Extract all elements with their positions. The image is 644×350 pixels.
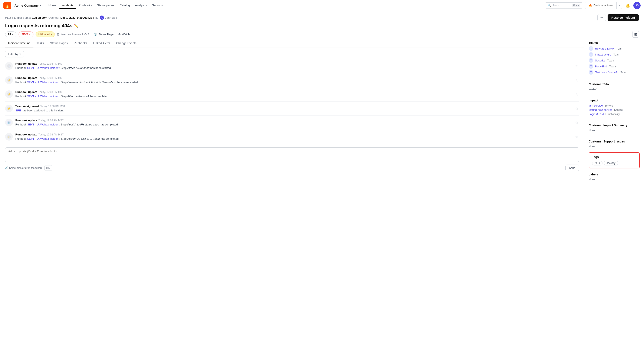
impact-link[interactable]: testing-new-service xyxy=(589,108,612,111)
runbook-link[interactable]: SEV1 - UI/Webex Incident xyxy=(27,66,60,70)
more-options-button[interactable]: ··· xyxy=(597,14,606,21)
star-button[interactable]: ☆ xyxy=(574,76,579,84)
tab-incident-timeline[interactable]: Incident Timeline xyxy=(5,39,34,47)
nav-runbooks[interactable]: Runbooks xyxy=(76,2,94,9)
declare-incident-chevron[interactable]: ▾ xyxy=(616,2,622,8)
team-link[interactable]: Test team from API xyxy=(595,71,618,74)
tab-change-events[interactable]: Change Events xyxy=(113,39,140,47)
tab-runbooks[interactable]: Runbooks xyxy=(71,39,90,47)
step-name: Publish to FH status page xyxy=(67,123,99,126)
update-textarea[interactable] xyxy=(5,147,579,162)
step-name: Assign On-Call SRE Team xyxy=(67,137,100,140)
tab-tasks[interactable]: Tasks xyxy=(34,39,47,47)
star-button[interactable]: ☆ xyxy=(574,105,579,113)
runbook-link[interactable]: SEV1 - UI/Webex Incident xyxy=(27,95,60,98)
customer-support-section: Customer Support Issues None xyxy=(589,140,640,148)
tab-linked-alerts[interactable]: Linked Alerts xyxy=(90,39,113,47)
timeline-item-icon: ⚡ xyxy=(5,105,13,112)
runbook-link[interactable]: SEV1 - UI/Webex Incident xyxy=(27,123,60,126)
timeline-event-time: Today, 12:08 PM MST xyxy=(38,133,64,136)
severity-label: SEV1 xyxy=(21,33,28,36)
timeline-item: ⚡ Runbook update Today, 12:08 PM MST Run… xyxy=(5,130,579,144)
team-link[interactable]: Security xyxy=(595,59,605,62)
nav-status-pages[interactable]: Status pages xyxy=(95,2,117,9)
attach-files-label[interactable]: 🔗 Select files or drop them here xyxy=(5,167,42,170)
send-button[interactable]: Send xyxy=(566,165,579,171)
impact-title: Impact xyxy=(589,99,640,102)
app-logo[interactable]: 🔥 xyxy=(4,2,11,9)
opened-label: Opened: xyxy=(48,16,59,19)
elapsed-time: 10d 2h 39m xyxy=(32,16,47,19)
timeline-event-time: Today, 12:08 PM MST xyxy=(40,105,66,108)
star-button[interactable]: ☆ xyxy=(574,119,579,127)
main-layout: Incident Timeline Tasks Status Pages Run… xyxy=(0,38,644,349)
nav-home[interactable]: Home xyxy=(46,2,58,9)
team-item: T Test team from API Team xyxy=(589,70,640,75)
severity-badge[interactable]: SEV1 ▾ xyxy=(18,31,34,37)
timeline-item-content: Runbook update Today, 12:08 PM MST Runbo… xyxy=(15,76,572,84)
nav-analytics[interactable]: Analytics xyxy=(133,2,149,9)
timeline-event-type: Runbook update xyxy=(15,119,37,122)
company-selector[interactable]: Acme Company ▾ xyxy=(13,3,43,8)
timeline-item: ⚡ Runbook update Today, 12:08 PM MST Run… xyxy=(5,59,579,73)
timeline-item-icon: ⚡ xyxy=(5,133,13,141)
star-button[interactable]: ☆ xyxy=(574,90,579,98)
resolve-incident-button[interactable]: Resolve incident xyxy=(608,14,639,21)
team-type-label: Team xyxy=(607,59,614,62)
by-label: by xyxy=(96,16,98,19)
divider xyxy=(589,95,640,95)
star-button[interactable]: ☆ xyxy=(574,133,579,141)
timeline-item-content: Runbook update Today, 12:08 PM MST Runbo… xyxy=(15,90,572,98)
impact-link[interactable]: Login & IAM xyxy=(589,113,604,116)
bell-icon: 🔔 xyxy=(626,3,630,8)
priority-chevron-icon: ▾ xyxy=(12,33,14,36)
text-post: : Step xyxy=(59,123,67,126)
status-page-link[interactable]: 📡 Status Page xyxy=(94,33,114,36)
nav-settings[interactable]: Settings xyxy=(150,2,165,9)
nav-catalog[interactable]: Catalog xyxy=(118,2,132,9)
runbook-link[interactable]: SEV1 - UI/Webex Incident xyxy=(27,137,60,140)
user-avatar[interactable]: JD xyxy=(633,2,640,9)
team-icon: T xyxy=(589,70,593,75)
team-type-label: Team xyxy=(609,65,616,68)
timeline-item-icon: ⚡ xyxy=(5,62,13,70)
markdown-button[interactable]: MD xyxy=(44,165,52,171)
nav-incidents[interactable]: Incidents xyxy=(60,2,76,9)
divider xyxy=(589,120,640,120)
status-badge[interactable]: Mitigated ▾ xyxy=(36,31,55,37)
tag-security[interactable]: security xyxy=(604,161,618,166)
filter-button[interactable]: Filter by ▾ xyxy=(5,51,24,57)
team-link[interactable]: Infrastructure xyxy=(595,53,612,56)
avatar-initials: JD xyxy=(635,4,638,7)
tab-status-pages[interactable]: Status Pages xyxy=(47,39,71,47)
team-link[interactable]: Back-End xyxy=(595,65,607,68)
tag-fh-ui[interactable]: fh-ui xyxy=(592,161,602,166)
incident-actions-row: P1 ▾ SEV1 ▾ Mitigated ▾ ⧉ #sev1-incident… xyxy=(0,28,644,38)
team-link[interactable]: SRE xyxy=(15,109,21,112)
notifications-button[interactable]: 🔔 xyxy=(624,2,632,9)
channel-link[interactable]: ⧉ #sev1-incident-acir-548 xyxy=(57,32,89,36)
svg-text:📡: 📡 xyxy=(8,121,10,124)
panel-toggle-button[interactable]: ⊞ xyxy=(632,31,639,38)
timeline-event-time: Today, 12:08 PM MST xyxy=(38,91,64,94)
edit-title-icon[interactable]: ✏️ xyxy=(74,24,78,28)
team-type-label: Team xyxy=(614,53,620,56)
top-nav: 🔥 Acme Company ▾ Home Incidents Runbooks… xyxy=(0,0,644,11)
watch-button[interactable]: 👁 Watch xyxy=(118,33,130,36)
star-button[interactable]: ☆ xyxy=(574,62,579,70)
impact-link[interactable]: iam-service xyxy=(589,104,603,107)
teams-section: Teams T Rewards & IAM Team T Infrastruct… xyxy=(589,41,640,75)
runbook-link[interactable]: SEV1 - UI/Webex Incident xyxy=(27,81,60,84)
team-item: T Rewards & IAM Team xyxy=(589,46,640,51)
timeline-event-text: Runbook SEV1 - UI/Webex Incident: Step C… xyxy=(15,80,572,84)
text-post: : Step xyxy=(59,66,67,70)
declare-incident-main-button[interactable]: 🔥 Declare incident xyxy=(585,2,616,9)
incident-title: Login requests returning 404s xyxy=(5,23,72,28)
customer-impact-summary-section: Customer Impact Summary None xyxy=(589,124,640,132)
priority-badge[interactable]: P1 ▾ xyxy=(5,31,16,37)
timeline-event-time: Today, 12:08 PM MST xyxy=(38,77,64,80)
timeline-event-text: Runbook SEV1 - UI/Webex Incident: Step A… xyxy=(15,66,572,70)
search-box[interactable]: 🔍 Search ⌘ + K xyxy=(545,2,583,8)
team-link[interactable]: Rewards & IAM xyxy=(595,47,614,50)
filter-label: Filter by xyxy=(8,52,18,56)
